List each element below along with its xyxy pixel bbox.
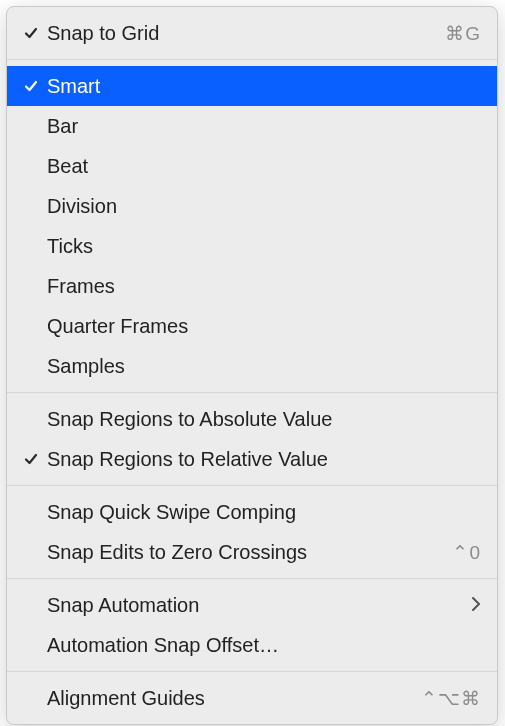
separator — [7, 392, 497, 393]
menu-item-label: Division — [47, 195, 481, 218]
menu-item-label: Ticks — [47, 235, 481, 258]
menu-item-label: Smart — [47, 75, 481, 98]
menu-item-label: Snap Edits to Zero Crossings — [47, 541, 452, 564]
snap-menu: Snap to Grid ⌘G Smart Bar Beat Division … — [6, 6, 498, 725]
menu-item-snap-regions-absolute[interactable]: Snap Regions to Absolute Value — [7, 399, 497, 439]
checkmark-icon — [15, 25, 47, 41]
menu-item-snap-regions-relative[interactable]: Snap Regions to Relative Value — [7, 439, 497, 479]
menu-item-label: Snap Automation — [47, 594, 471, 617]
menu-item-bar[interactable]: Bar — [7, 106, 497, 146]
menu-item-samples[interactable]: Samples — [7, 346, 497, 386]
menu-item-label: Automation Snap Offset… — [47, 634, 481, 657]
menu-item-beat[interactable]: Beat — [7, 146, 497, 186]
menu-item-label: Snap Regions to Relative Value — [47, 448, 481, 471]
menu-item-smart[interactable]: Smart — [7, 66, 497, 106]
menu-item-snap-to-grid[interactable]: Snap to Grid ⌘G — [7, 13, 497, 53]
shortcut-label: ⌃0 — [452, 541, 481, 564]
menu-item-snap-edits-zero-crossings[interactable]: Snap Edits to Zero Crossings ⌃0 — [7, 532, 497, 572]
separator — [7, 578, 497, 579]
menu-item-label: Snap to Grid — [47, 22, 445, 45]
menu-item-automation-snap-offset[interactable]: Automation Snap Offset… — [7, 625, 497, 665]
menu-item-label: Snap Regions to Absolute Value — [47, 408, 481, 431]
menu-item-quarter-frames[interactable]: Quarter Frames — [7, 306, 497, 346]
separator — [7, 671, 497, 672]
separator — [7, 485, 497, 486]
checkmark-icon — [15, 451, 47, 467]
chevron-right-icon — [471, 595, 481, 616]
menu-item-division[interactable]: Division — [7, 186, 497, 226]
menu-item-label: Snap Quick Swipe Comping — [47, 501, 481, 524]
separator — [7, 59, 497, 60]
menu-item-ticks[interactable]: Ticks — [7, 226, 497, 266]
menu-item-snap-automation[interactable]: Snap Automation — [7, 585, 497, 625]
shortcut-label: ⌘G — [445, 22, 481, 45]
menu-item-label: Alignment Guides — [47, 687, 421, 710]
menu-item-label: Quarter Frames — [47, 315, 481, 338]
menu-item-label: Bar — [47, 115, 481, 138]
checkmark-icon — [15, 78, 47, 94]
menu-item-alignment-guides[interactable]: Alignment Guides ⌃⌥⌘ — [7, 678, 497, 718]
menu-item-snap-quick-swipe-comping[interactable]: Snap Quick Swipe Comping — [7, 492, 497, 532]
menu-item-label: Frames — [47, 275, 481, 298]
shortcut-label: ⌃⌥⌘ — [421, 687, 481, 710]
menu-item-frames[interactable]: Frames — [7, 266, 497, 306]
menu-item-label: Samples — [47, 355, 481, 378]
menu-item-label: Beat — [47, 155, 481, 178]
